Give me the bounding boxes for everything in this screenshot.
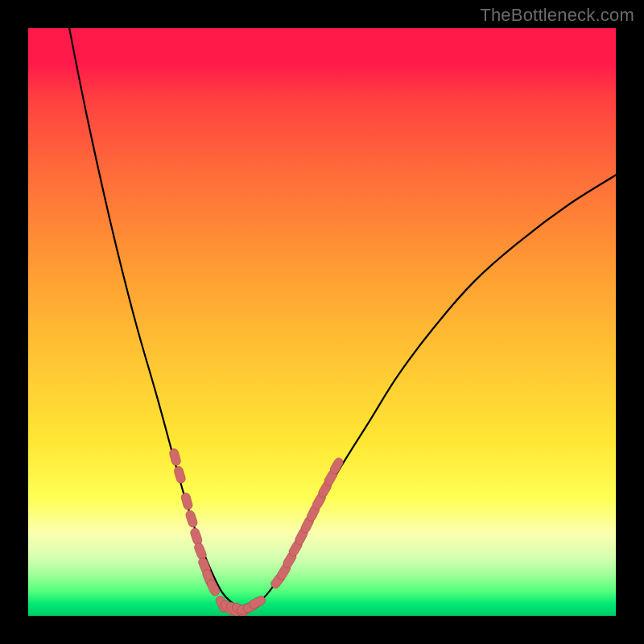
marker-pill <box>180 492 193 510</box>
marker-pill <box>317 480 333 499</box>
marker-pill <box>287 539 303 558</box>
marker-pill <box>173 465 186 484</box>
marker-pill <box>219 598 237 616</box>
marker-pill <box>184 510 198 528</box>
bottleneck-curve <box>69 28 616 609</box>
marker-pill <box>197 556 212 576</box>
marker-pill <box>189 527 203 546</box>
marker-pill <box>193 542 208 561</box>
marker-pill <box>282 551 298 570</box>
marker-pill <box>275 562 291 581</box>
marker-pill <box>230 601 249 616</box>
marker-pill <box>248 595 267 610</box>
curve-svg <box>28 28 616 616</box>
marker-pill <box>299 515 315 535</box>
marker-pill <box>168 448 181 466</box>
marker-pill <box>236 602 254 616</box>
marker-pill <box>214 595 229 614</box>
marker-group <box>168 448 345 616</box>
chart-stage: TheBottleneck.com <box>0 0 644 644</box>
marker-pill <box>323 469 339 488</box>
watermark-text: TheBottleneck.com <box>480 5 634 26</box>
marker-pill <box>201 568 216 588</box>
marker-pill <box>205 578 221 597</box>
marker-pill <box>225 601 243 616</box>
plot-area <box>28 28 616 616</box>
marker-pill <box>294 527 309 547</box>
marker-pill <box>311 492 327 511</box>
marker-pill <box>242 599 262 614</box>
marker-pill <box>305 503 320 522</box>
marker-pill <box>328 456 345 476</box>
marker-pill <box>270 572 287 590</box>
